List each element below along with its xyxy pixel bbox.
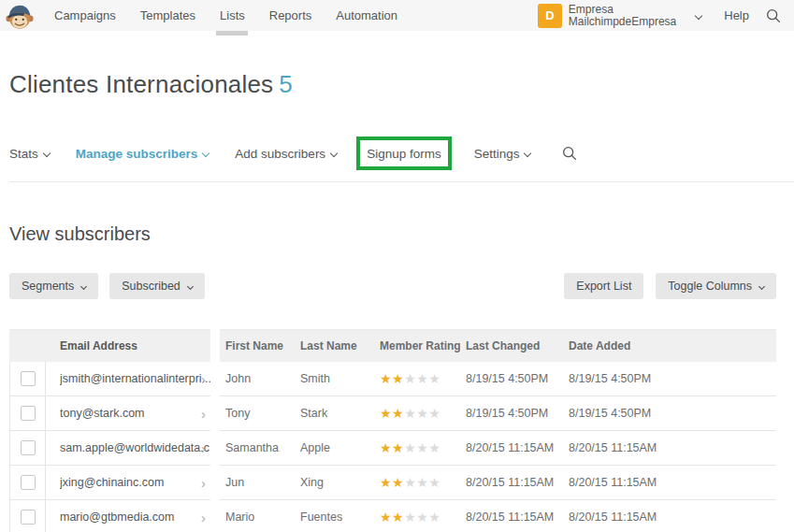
last-changed-cell: 8/20/15 11:15AM xyxy=(460,476,563,489)
col-header-first-name[interactable]: First Name xyxy=(220,339,295,352)
subscriber-count[interactable]: 5 xyxy=(279,70,293,98)
tab-stats[interactable]: Stats xyxy=(9,147,50,161)
star-empty-icon: ★ xyxy=(404,475,416,490)
star-filled-icon: ★ xyxy=(392,510,404,525)
last-changed-cell: 8/20/15 11:15AM xyxy=(460,441,563,454)
row-checkbox-cell[interactable] xyxy=(10,362,46,395)
row-email-block: tony@stark.com › xyxy=(9,396,210,431)
subscriber-email-link[interactable]: jsmith@internationalinterpri... xyxy=(60,372,210,385)
star-empty-icon: ★ xyxy=(428,440,440,455)
chevron-down-icon xyxy=(330,149,338,156)
row-email-block: jsmith@internationalinterpri... › xyxy=(9,362,210,396)
subscriber-email-link[interactable]: mario@gtbmedia.com xyxy=(60,510,174,524)
nav-item-reports[interactable]: Reports xyxy=(269,0,312,31)
star-filled-icon: ★ xyxy=(380,371,392,386)
table-row: jxing@chinainc.com › Jun Xing ★★★★★ 8/20… xyxy=(9,466,776,500)
star-empty-icon: ★ xyxy=(416,406,428,421)
nav-item-lists[interactable]: Lists xyxy=(220,0,245,31)
chevron-right-icon[interactable]: › xyxy=(201,407,206,421)
row-data-block: Samantha Apple ★★★★★ 8/20/15 11:15AM 8/2… xyxy=(220,431,776,466)
email-cell: sam.apple@worldwidedata.c... › xyxy=(46,441,210,454)
date-added-cell: 8/20/15 11:15AM xyxy=(563,441,776,454)
chevron-right-icon[interactable]: › xyxy=(201,476,206,490)
col-header-email[interactable]: Email Address xyxy=(9,339,137,352)
row-checkbox[interactable] xyxy=(21,510,36,525)
account-menu[interactable]: D Empresa MailchimpdeEmpresa xyxy=(538,4,707,28)
row-data-block: John Smith ★★★★★ 8/19/15 4:50PM 8/19/15 … xyxy=(220,362,776,396)
list-tabbar: Stats Manage subscribers Add subscribers… xyxy=(9,137,794,182)
subscribed-filter-button[interactable]: Subscribed xyxy=(109,273,205,299)
tab-signup-forms[interactable]: Signup forms xyxy=(367,147,441,161)
chevron-right-icon[interactable]: › xyxy=(201,441,206,455)
table-column-gap xyxy=(210,500,220,532)
member-rating-stars: ★★★★★ xyxy=(374,371,460,386)
col-header-last-changed[interactable]: Last Changed xyxy=(460,339,563,352)
member-rating-stars: ★★★★★ xyxy=(374,510,460,525)
nav-right-group: D Empresa MailchimpdeEmpresa Help xyxy=(538,4,781,28)
row-checkbox[interactable] xyxy=(21,406,36,421)
nav-item-automation[interactable]: Automation xyxy=(336,0,397,31)
nav-item-campaigns[interactable]: Campaigns xyxy=(54,0,116,31)
chevron-down-icon xyxy=(695,11,702,19)
subscriber-email-link[interactable]: sam.apple@worldwidedata.c... xyxy=(60,441,210,454)
star-empty-icon: ★ xyxy=(404,440,416,455)
star-empty-icon: ★ xyxy=(416,475,428,490)
row-data-block: Jun Xing ★★★★★ 8/20/15 11:15AM 8/20/15 1… xyxy=(220,466,776,500)
section-heading: View subscribers xyxy=(9,223,776,245)
table-column-gap xyxy=(210,396,220,431)
tab-settings[interactable]: Settings xyxy=(474,147,531,161)
member-rating-stars: ★★★★★ xyxy=(374,406,460,421)
first-name-cell: Mario xyxy=(220,510,295,524)
subscriber-email-link[interactable]: jxing@chinainc.com xyxy=(60,476,164,489)
row-checkbox-cell[interactable] xyxy=(10,500,46,532)
date-added-cell: 8/19/15 4:50PM xyxy=(563,407,776,420)
search-icon[interactable] xyxy=(766,8,781,23)
date-added-cell: 8/19/15 4:50PM xyxy=(563,372,776,385)
table-row: sam.apple@worldwidedata.c... › Samantha … xyxy=(9,431,776,466)
annotation-highlight-box: Signup forms xyxy=(356,137,452,170)
chevron-down-icon xyxy=(43,149,51,156)
row-checkbox[interactable] xyxy=(21,475,36,490)
toggle-columns-button[interactable]: Toggle Columns xyxy=(656,273,776,299)
last-changed-cell: 8/19/15 4:50PM xyxy=(460,407,563,420)
tab-add-subscribers[interactable]: Add subscribers xyxy=(235,147,337,161)
col-header-last-name[interactable]: Last Name xyxy=(295,339,374,352)
tab-manage-subscribers[interactable]: Manage subscribers xyxy=(76,147,209,161)
account-text: Empresa MailchimpdeEmpresa xyxy=(569,4,676,28)
nav-item-templates[interactable]: Templates xyxy=(140,0,195,31)
export-list-button[interactable]: Export List xyxy=(564,273,643,299)
last-changed-cell: 8/19/15 4:50PM xyxy=(460,372,563,385)
toolbar-right-group: Export List Toggle Columns xyxy=(564,273,776,299)
table-row: tony@stark.com › Tony Stark ★★★★★ 8/19/1… xyxy=(9,396,776,431)
row-email-block: sam.apple@worldwidedata.c... › xyxy=(9,431,210,466)
chevron-right-icon[interactable]: › xyxy=(201,510,206,525)
email-cell: mario@gtbmedia.com › xyxy=(46,510,210,524)
star-filled-icon: ★ xyxy=(380,440,392,455)
date-added-cell: 8/20/15 11:15AM xyxy=(563,510,776,524)
email-cell: tony@stark.com › xyxy=(46,407,210,420)
row-checkbox-cell[interactable] xyxy=(10,431,46,465)
col-header-member-rating[interactable]: Member Rating xyxy=(374,339,460,352)
active-tab-underline xyxy=(216,31,248,36)
row-checkbox[interactable] xyxy=(21,440,36,455)
segments-button[interactable]: Segments xyxy=(9,273,98,299)
chevron-right-icon[interactable]: › xyxy=(201,372,206,386)
subscriber-email-link[interactable]: tony@stark.com xyxy=(60,407,145,420)
star-filled-icon: ★ xyxy=(392,475,404,490)
mailchimp-logo-icon[interactable] xyxy=(6,2,34,32)
row-checkbox[interactable] xyxy=(21,371,36,386)
toggle-columns-label: Toggle Columns xyxy=(668,280,752,293)
last-changed-cell: 8/20/15 11:15AM xyxy=(460,510,563,524)
row-checkbox-cell[interactable] xyxy=(10,466,46,499)
list-search-icon[interactable] xyxy=(562,146,577,161)
col-header-date-added[interactable]: Date Added xyxy=(563,339,776,352)
page-title: Clientes Internacionales5 xyxy=(9,70,776,99)
row-data-block: Mario Fuentes ★★★★★ 8/20/15 11:15AM 8/20… xyxy=(220,500,776,532)
row-checkbox-cell[interactable] xyxy=(10,396,46,430)
star-empty-icon: ★ xyxy=(416,440,428,455)
table-column-gap xyxy=(210,362,220,396)
star-empty-icon: ★ xyxy=(428,510,440,525)
row-data-block: Tony Stark ★★★★★ 8/19/15 4:50PM 8/19/15 … xyxy=(220,396,776,431)
help-link[interactable]: Help xyxy=(724,8,749,22)
star-filled-icon: ★ xyxy=(380,510,392,525)
